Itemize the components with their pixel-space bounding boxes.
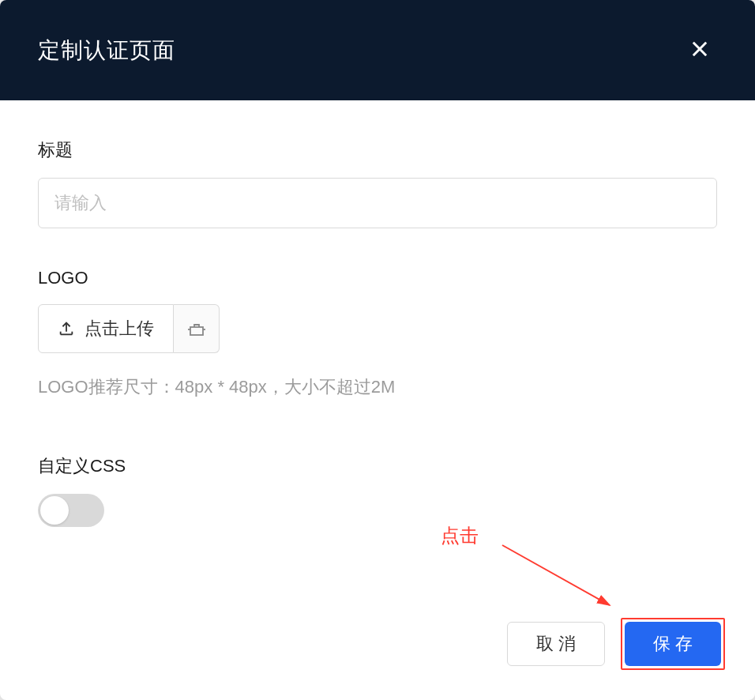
modal-body: 标题 LOGO 点击上传: [0, 100, 755, 604]
modal-title: 定制认证页面: [38, 36, 175, 66]
modal-footer: 取消 保存: [507, 618, 725, 670]
upload-button-label: 点击上传: [85, 317, 154, 341]
logo-group: LOGO 点击上传: [38, 268, 717, 399]
logo-hint: LOGO推荐尺寸：48px * 48px，大小不超过2M: [38, 375, 717, 399]
title-input[interactable]: [38, 178, 717, 228]
custom-css-toggle[interactable]: [38, 494, 104, 527]
modal-dialog: 定制认证页面 标题 LOGO: [0, 0, 755, 700]
clear-icon: [187, 319, 206, 338]
save-button-highlight: 保存: [621, 618, 725, 670]
cancel-button[interactable]: 取消: [507, 622, 605, 666]
logo-label: LOGO: [38, 268, 717, 288]
close-icon: [689, 38, 711, 60]
save-button[interactable]: 保存: [625, 622, 721, 666]
svg-rect-2: [190, 327, 203, 335]
title-label: 标题: [38, 138, 717, 162]
title-group: 标题: [38, 138, 717, 228]
custom-css-label: 自定义CSS: [38, 454, 717, 478]
modal-header: 定制认证页面: [0, 0, 755, 100]
upload-button[interactable]: 点击上传: [38, 304, 174, 353]
upload-icon: [58, 320, 75, 337]
upload-group: 点击上传: [38, 304, 717, 353]
close-button[interactable]: [682, 32, 717, 69]
toggle-knob: [40, 496, 69, 525]
clear-button[interactable]: [174, 304, 220, 353]
custom-css-group: 自定义CSS: [38, 454, 717, 527]
